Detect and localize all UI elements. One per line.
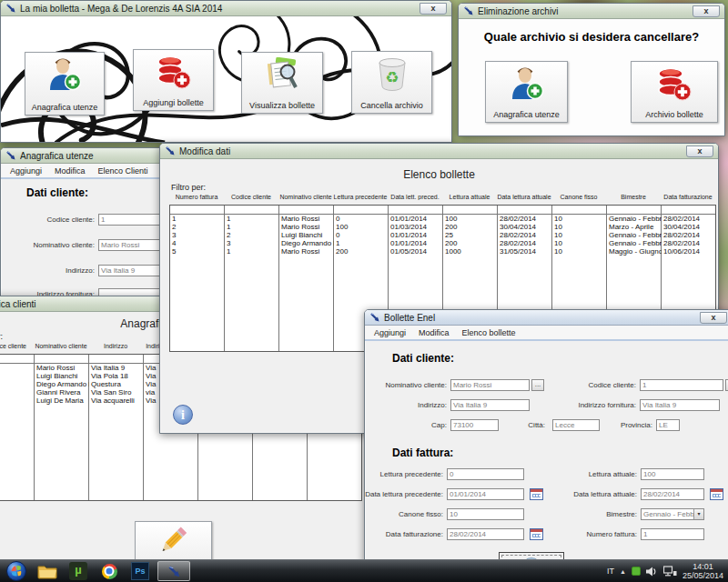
eliminazione-archivi-window: Eliminazione archivi x Quale archivio si… — [458, 3, 725, 136]
speaker-icon[interactable] — [646, 567, 658, 577]
app-dart-icon — [165, 146, 176, 156]
pencil-icon — [157, 525, 190, 557]
provincia-field[interactable] — [656, 419, 680, 431]
main-window-titlebar[interactable]: La mia bolletta - Mega & De Lorenzis 4A … — [1, 1, 451, 16]
nominativo-cliente-label: Nominativo cliente: — [365, 381, 447, 389]
lettura-attuale-field[interactable] — [641, 468, 704, 480]
visualizza-bollette-button[interactable]: Visualizza bollette — [241, 52, 323, 114]
codice-cliente-label: Codice cliente: — [1, 216, 95, 224]
elenco-filter-label: Filtro per: — [171, 183, 206, 192]
indirizzo-fornitura-field[interactable] — [640, 399, 720, 411]
chrome-icon[interactable] — [96, 561, 123, 581]
numero-fattura-field[interactable] — [641, 528, 704, 540]
data-lettura-attuale-field[interactable] — [641, 488, 704, 500]
data-lettura-precedente-label: Data lettura precedente: — [365, 490, 443, 498]
utorrent-icon[interactable]: µ — [65, 561, 92, 581]
main-window-title: La mia bolletta - Mega & De Lorenzis 4A … — [20, 4, 416, 14]
anagrafica-utenze-button[interactable]: Anagrafica utenze — [25, 52, 105, 115]
network-icon[interactable] — [663, 566, 677, 577]
table-cell: 30/04/2014 — [662, 223, 716, 231]
lettura-attuale-label: Lettura attuale: — [561, 470, 637, 478]
codice-cliente-field[interactable] — [640, 379, 723, 391]
indirizzo-field[interactable] — [450, 399, 530, 411]
close-icon[interactable]: x — [700, 312, 727, 324]
trash-recycle-icon — [374, 56, 410, 92]
menu-aggiungi[interactable]: Aggiungi — [4, 166, 48, 176]
canone-fisso-label: Canone fisso: — [365, 510, 443, 518]
data-lettura-precedente-field[interactable] — [447, 488, 524, 500]
close-icon[interactable]: x — [693, 5, 720, 17]
table-cell: 28/02/2014 — [498, 239, 552, 247]
table-cell: Via San Siro — [89, 388, 144, 396]
table-cell: Maggio - Giugno — [607, 247, 662, 256]
start-button[interactable] — [3, 561, 30, 581]
cancella-archivio-button[interactable]: Cancella archivio — [351, 51, 432, 114]
bollette-enel-window: Bollette Enel x Aggiungi Modifica Elenco… — [364, 309, 728, 564]
cap-field[interactable] — [450, 419, 499, 431]
elimination-title: Eliminazione archivi — [478, 6, 689, 16]
info-icon[interactable] — [173, 405, 193, 425]
delete-anagrafica-button[interactable]: Anagrafica utenze — [485, 61, 568, 123]
show-hidden-icons-arrow[interactable]: ▲ — [620, 568, 626, 575]
menu-modifica[interactable]: Modifica — [412, 327, 456, 338]
explorer-icon[interactable] — [34, 561, 61, 581]
app-dart-icon — [167, 565, 181, 578]
delete-archivio-bollette-button[interactable]: Archivio bollette — [631, 61, 718, 123]
bollette-titlebar[interactable]: Bollette Enel x — [365, 310, 728, 326]
menu-elenco-bollette[interactable]: Elenco bollette — [456, 327, 522, 338]
codice-cliente-label: Codice cliente: — [556, 381, 636, 389]
table-cell: 1 — [170, 215, 225, 223]
button-label: Visualizza bollette — [249, 101, 315, 110]
app-window-taskbar-button[interactable] — [157, 561, 190, 581]
canone-fisso-field[interactable] — [447, 508, 524, 520]
calendar-icon[interactable] — [710, 488, 723, 500]
clock[interactable]: 14:01 25/05/2014 — [682, 562, 723, 580]
column-header: Nominativo cliente — [278, 194, 333, 200]
table-cell: 10 — [552, 223, 607, 231]
table-row[interactable]: 21Mario Rossi10001/03/201420030/04/20141… — [170, 223, 715, 231]
table-cell: Luigi De Maria — [35, 396, 89, 405]
browse-button[interactable]: ... — [531, 379, 544, 391]
cap-label: Cap: — [365, 421, 447, 429]
nominativo-cliente-field[interactable] — [450, 379, 530, 391]
language-indicator[interactable]: IT — [607, 567, 614, 576]
table-cell: Gianni Rivera — [35, 388, 89, 396]
table-cell: 28/02/2014 — [662, 231, 716, 239]
table-cell: 01/03/2014 — [389, 223, 443, 231]
aggiungi-bollette-button[interactable]: Aggiungi bollette — [133, 49, 214, 111]
bimestre-dropdown[interactable]: Gennaio - Febbraio — [641, 508, 704, 520]
elimination-titlebar[interactable]: Eliminazione archivi x — [459, 4, 724, 19]
elenco-titlebar[interactable]: Modifica dati x — [160, 144, 718, 159]
utorrent-tray-icon[interactable] — [632, 567, 641, 576]
calendar-icon[interactable] — [530, 488, 543, 500]
table-cell: 100 — [443, 215, 498, 223]
table-cell: 100 — [334, 223, 389, 231]
data-fatturazione-field[interactable] — [447, 528, 524, 540]
menu-modifica[interactable]: Modifica — [48, 166, 92, 176]
indirizzo-fornitura-label: Indirizzo fornitura: — [556, 401, 636, 409]
chevron-down-icon[interactable] — [693, 509, 703, 519]
table-cell: 28/02/2014 — [662, 215, 716, 223]
photoshop-icon[interactable]: Ps — [126, 561, 154, 581]
table-cell: Mario Rossi — [279, 247, 334, 256]
table-cell: 1 — [225, 215, 279, 223]
calendar-icon[interactable] — [530, 528, 543, 540]
table-cell: 3 — [225, 239, 279, 247]
table-row[interactable]: 51Mario Rossi20001/05/2014100031/05/2014… — [170, 247, 715, 256]
citta-field[interactable] — [552, 419, 600, 431]
lettura-precedente-field[interactable] — [447, 468, 524, 480]
close-icon[interactable]: x — [686, 146, 713, 157]
close-icon[interactable]: x — [420, 3, 447, 15]
menu-elenco-clienti[interactable]: Elenco Clienti — [92, 166, 155, 176]
bollette-body: Dati cliente: Nominativo cliente: ... Co… — [365, 341, 728, 562]
table-row[interactable]: 43Diego Armando Mar101/01/201420028/02/2… — [170, 239, 715, 247]
table-cell: 01/01/2014 — [389, 231, 443, 239]
table-cell: 10 — [552, 215, 607, 223]
table-row[interactable]: 11Mario Rossi001/01/201410028/02/201410G… — [170, 215, 715, 223]
app-dart-icon — [5, 150, 16, 161]
menu-aggiungi[interactable]: Aggiungi — [368, 327, 412, 338]
clients-filter-label: Filtro per: — [0, 332, 3, 341]
table-cell: Marzo - Aprile — [607, 223, 662, 231]
table-cell: Diego Armando Mar — [279, 239, 334, 247]
table-row[interactable]: 32Luigi Bianchi001/01/20142528/02/201410… — [170, 231, 715, 239]
